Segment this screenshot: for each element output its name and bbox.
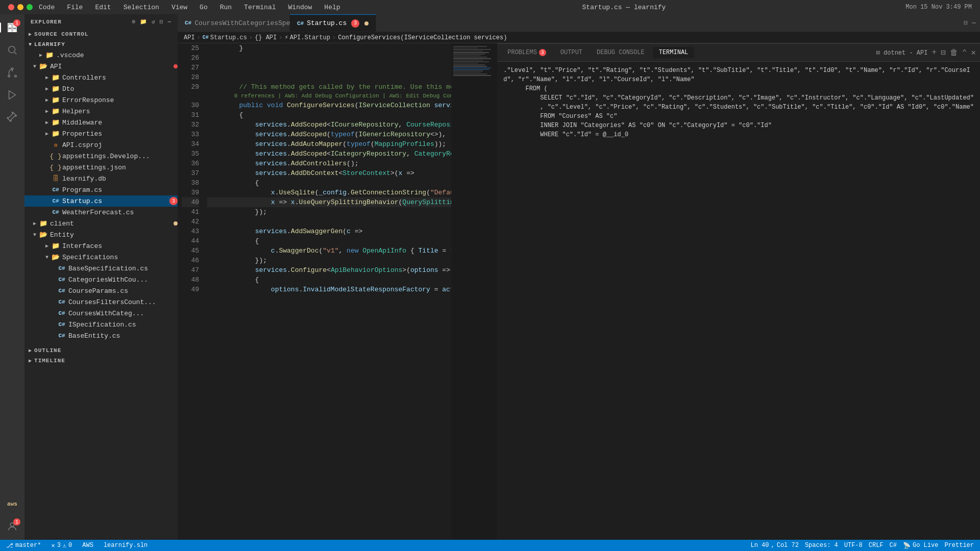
delete-terminal-icon[interactable]: 🗑 <box>950 48 958 58</box>
split-editor-icon[interactable]: ⊟ <box>964 19 968 27</box>
tree-item-coursesfilters[interactable]: C# CoursesFiltersCount... <box>24 296 178 308</box>
tree-item-controllers[interactable]: ▶ 📁 Controllers <box>24 72 178 83</box>
tree-item-interfaces[interactable]: ▶ 📁 Interfaces <box>24 240 178 252</box>
tab-output[interactable]: OUTPUT <box>554 47 589 58</box>
tab-cs-icon-1: C# <box>185 20 191 26</box>
activity-account[interactable]: 1 <box>3 517 21 536</box>
close-terminal-icon[interactable]: ✕ <box>971 47 976 58</box>
status-solution[interactable]: learnify.sln <box>102 542 150 549</box>
outline-section[interactable]: ▶ OUTLINE <box>24 345 178 356</box>
activity-scm[interactable] <box>3 63 21 82</box>
menu-code[interactable]: Code <box>37 3 57 12</box>
tree-item-api[interactable]: ▼ 📂 API <box>24 61 178 72</box>
maximize-terminal-icon[interactable]: ⌃ <box>962 47 967 58</box>
breadcrumb-api-startup[interactable]: ⚡ API.Startup <box>284 34 330 41</box>
tree-item-startup[interactable]: C# Startup.cs 3 <box>24 195 178 207</box>
status-aws[interactable]: AWS <box>80 542 95 549</box>
status-line-col[interactable]: Ln 40, Col 72 <box>748 542 800 549</box>
status-errors[interactable]: ✕ 3 ⚠ 0 <box>49 542 74 549</box>
tree-item-helpers[interactable]: ▶ 📁 Helpers <box>24 106 178 117</box>
tree-item-csproj[interactable]: ⚙ API.csproj <box>24 139 178 151</box>
menu-help[interactable]: Help <box>322 3 342 12</box>
weatherforecast-icon: C# <box>51 208 60 217</box>
activity-aws[interactable]: aws <box>3 495 21 513</box>
terminal-line-6: FROM "Courses" AS "c" <box>503 112 974 121</box>
minimize-button[interactable] <box>17 4 23 10</box>
terminal-content[interactable]: ."Level", "t"."Price", "t"."Rating", "t"… <box>497 62 980 171</box>
status-branch[interactable]: ⎇ master* <box>4 542 43 549</box>
tree-item-properties[interactable]: ▶ 📁 Properties <box>24 128 178 139</box>
tree-item-appsettings-dev[interactable]: { } appsettings.Develop... <box>24 151 178 162</box>
activity-explorer[interactable]: 1 <box>3 18 21 37</box>
code-line-36: services.AddControllers(); <box>207 159 451 168</box>
tree-item-db[interactable]: 🗄 learnify.db <box>24 173 178 184</box>
refresh-icon[interactable]: ↺ <box>152 18 156 25</box>
status-golive[interactable]: 📡 Go Live <box>901 542 940 549</box>
tree-item-errorresponse[interactable]: ▶ 📁 ErrorResponse <box>24 94 178 106</box>
status-spaces[interactable]: Spaces: 4 <box>803 542 840 549</box>
menu-run[interactable]: Run <box>218 3 234 12</box>
menu-terminal[interactable]: Terminal <box>242 3 278 12</box>
tab-terminal[interactable]: TERMINAL <box>653 47 695 58</box>
status-language[interactable]: C# <box>888 542 899 549</box>
activity-debug[interactable] <box>3 86 21 104</box>
git-icon: ⎇ <box>6 542 13 549</box>
new-folder-icon[interactable]: 📁 <box>140 18 148 25</box>
tree-item-baseentity[interactable]: C# BaseEntity.cs <box>24 330 178 341</box>
courseparams-label: CourseParams.cs <box>68 287 178 295</box>
code-line-37: services.AddDbContext<StoreContext>(x => <box>207 168 451 178</box>
more-icon[interactable]: ⋯ <box>167 18 172 25</box>
status-encoding[interactable]: UTF-8 <box>842 542 865 549</box>
tree-item-dto[interactable]: ▶ 📁 Dto <box>24 83 178 94</box>
helpers-arrow: ▶ <box>43 108 51 114</box>
entity-arrow: ▼ <box>31 232 39 238</box>
tree-item-entity[interactable]: ▼ 📂 Entity <box>24 229 178 240</box>
tree-item-courseswithcateg[interactable]: C# CoursesWithCateg... <box>24 308 178 319</box>
tree-item-client[interactable]: ▶ 📁 client <box>24 218 178 229</box>
menu-selection[interactable]: Selection <box>121 3 161 12</box>
tree-item-appsettings[interactable]: { } appsettings.json <box>24 162 178 173</box>
close-button[interactable] <box>8 4 14 10</box>
more-tabs-icon[interactable]: ⋯ <box>972 19 976 27</box>
menu-file[interactable]: File <box>65 3 85 12</box>
tab-debug-console[interactable]: DEBUG CONSOLE <box>591 47 651 58</box>
collapse-icon[interactable]: ⊟ <box>160 18 164 25</box>
maximize-button[interactable] <box>27 4 33 10</box>
tab-coursesspec[interactable]: C# CoursesWithCategoriesSpecification.cs… <box>178 14 290 32</box>
add-terminal-icon[interactable]: + <box>932 48 937 57</box>
breadcrumb-api-ns[interactable]: {} API <box>255 34 277 41</box>
activity-extensions[interactable] <box>3 108 21 127</box>
tree-item-basespec[interactable]: C# BaseSpecification.cs <box>24 263 178 274</box>
timeline-section[interactable]: ▶ TIMELINE <box>24 356 178 366</box>
breadcrumb-api[interactable]: API <box>184 34 195 41</box>
tree-item-catsspec[interactable]: C# CategoriesWithCou... <box>24 274 178 285</box>
activity-search[interactable] <box>3 41 21 59</box>
menu-view[interactable]: View <box>169 3 189 12</box>
source-control-section[interactable]: ▶ SOURCE CONTROL <box>24 29 178 39</box>
status-line-ending[interactable]: CRLF <box>867 542 886 549</box>
tree-item-weatherforecast[interactable]: C# WeatherForecast.cs <box>24 207 178 218</box>
tab-startup[interactable]: C# Startup.cs 3 <box>290 14 376 32</box>
status-prettier[interactable]: Prettier <box>942 542 976 549</box>
tree-item-vscode[interactable]: ▶ 📁 .vscode <box>24 49 178 61</box>
ln-47: 47 <box>182 265 199 275</box>
tree-item-program[interactable]: C# Program.cs <box>24 184 178 195</box>
new-file-icon[interactable]: ⊕ <box>132 18 136 25</box>
breadcrumb-startup-cs[interactable]: C# Startup.cs <box>203 34 247 41</box>
split-terminal-icon[interactable]: ⊟ <box>941 47 946 58</box>
learnify-section[interactable]: ▼ LEARNIFY <box>24 39 178 49</box>
menu-window[interactable]: Window <box>286 3 314 12</box>
code-editor[interactable]: } // This method gets called by the runt… <box>203 43 451 540</box>
ln-37: 37 <box>182 168 199 178</box>
tab-problems[interactable]: PROBLEMS3 <box>501 47 552 59</box>
tree-item-middleware[interactable]: ▶ 📁 Middleware <box>24 117 178 128</box>
menu-edit[interactable]: Edit <box>93 3 113 12</box>
menu-go[interactable]: Go <box>198 3 210 12</box>
code-line-31: { <box>207 110 451 120</box>
tree-item-specifications[interactable]: ▼ 📂 Specifications <box>24 252 178 263</box>
tree-item-courseparams[interactable]: C# CourseParams.cs <box>24 285 178 296</box>
status-bar: ⎇ master* ✕ 3 ⚠ 0 AWS learnify.sln Ln 40… <box>0 540 980 551</box>
tree-item-ispec[interactable]: C# ISpecification.cs <box>24 319 178 330</box>
breadcrumb-configure-services[interactable]: ConfigureServices(IServiceCollection ser… <box>338 34 507 41</box>
errorresponse-label: ErrorResponse <box>62 96 178 104</box>
